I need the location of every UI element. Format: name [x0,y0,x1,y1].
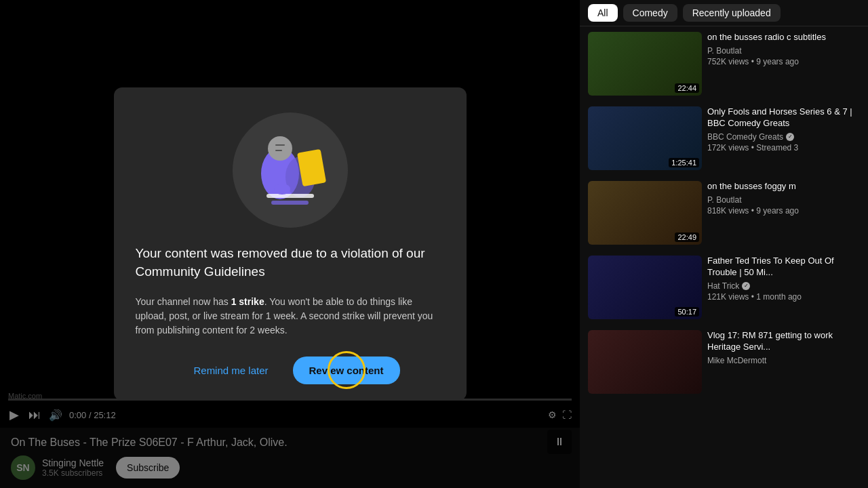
filter-tab-recently-uploaded[interactable]: Recently uploaded [683,4,781,22]
verified-icon: ✓ [786,133,794,141]
filter-tab-all[interactable]: All [588,4,618,22]
video-thumbnail: 22:44 [588,32,702,96]
video-meta-channel: P. Boutlat [707,195,860,205]
modal-actions: Remind me later Review content [136,357,445,384]
video-meta-stats: 752K views • 9 years ago [707,57,860,66]
video-meta-title: Vlog 17: RM 871 getting to work Heritage… [707,330,860,353]
video-meta: Father Ted Tries To Keep Out Of Trouble … [707,256,860,319]
list-item[interactable]: 22:44 on the busses radio c subtitles P.… [580,26,868,101]
modal-illustration [229,109,351,231]
video-duration: 1:25:41 [669,158,699,167]
video-meta: Vlog 17: RM 871 getting to work Heritage… [707,330,860,394]
video-meta-title: on the busses foggy m [707,181,860,192]
sidebar: All Comedy Recently uploaded 22:44 on th… [580,0,868,488]
video-meta-title: Only Fools and Horses Series 6 & 7 | BBC… [707,106,860,129]
filter-tab-comedy[interactable]: Comedy [623,4,677,22]
video-meta-title: on the busses radio c subtitles [707,32,860,43]
video-thumbnail: 22:49 [588,181,702,245]
video-meta-title: Father Ted Tries To Keep Out Of Trouble … [707,256,860,279]
remind-later-button[interactable]: Remind me later [180,357,281,384]
video-duration: 50:17 [675,307,699,317]
svg-point-9 [274,184,290,195]
video-meta-stats: 172K views • Streamed 3 [707,143,860,152]
video-meta-channel: BBC Comedy Greats ✓ [707,132,860,142]
filter-tabs: All Comedy Recently uploaded [580,0,868,26]
modal-overlay: Your content was removed due to a violat… [0,0,580,488]
svg-point-2 [268,136,292,161]
verified-icon: ✓ [742,282,750,290]
video-meta-stats: 818K views • 9 years ago [707,206,860,216]
svg-rect-7 [267,194,314,198]
video-meta-channel: Hat Trick ✓ [707,281,860,291]
video-meta: on the busses radio c subtitles P. Boutl… [707,32,860,96]
video-meta: on the busses foggy m P. Boutlat 818K vi… [707,181,860,245]
list-item[interactable]: Vlog 17: RM 871 getting to work Heritage… [580,325,868,399]
list-item[interactable]: 50:17 Father Ted Tries To Keep Out Of Tr… [580,250,868,325]
video-thumbnail: 1:25:41 [588,106,702,170]
video-list: 22:44 on the busses radio c subtitles P.… [580,26,868,482]
modal-dialog: Your content was removed due to a violat… [114,87,467,400]
review-content-button[interactable]: Review content [293,357,400,384]
list-item[interactable]: 22:49 on the busses foggy m P. Boutlat 8… [580,176,868,250]
video-thumbnail [588,330,702,394]
video-meta-channel: P. Boutlat [707,46,860,56]
list-item[interactable]: 1:25:41 Only Fools and Horses Series 6 &… [580,101,868,176]
modal-title: Your content was removed due to a violat… [136,245,445,281]
video-duration: 22:49 [675,232,699,242]
modal-body: Your channel now has 1 strike. You won't… [136,295,445,338]
svg-rect-3 [275,144,285,146]
video-meta-channel: Mike McDermott [707,356,860,365]
svg-rect-4 [275,150,282,151]
video-meta: Only Fools and Horses Series 6 & 7 | BBC… [707,106,860,170]
video-area: ▶ ⏭ 🔊 0:00 / 25:12 ⚙ ⛶ ⏸ On The Buses - … [0,0,580,488]
video-duration: 22:44 [675,83,699,93]
video-meta-stats: 121K views • 1 month ago [707,292,860,302]
svg-rect-8 [271,201,309,205]
video-thumbnail: 50:17 [588,256,702,319]
